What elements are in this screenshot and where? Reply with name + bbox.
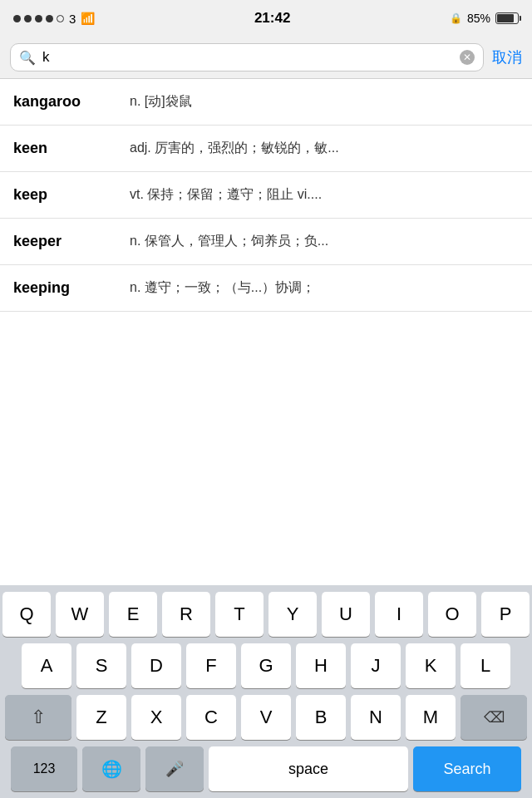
- word-term: keeper: [13, 233, 130, 250]
- word-term: keep: [13, 186, 130, 204]
- list-item[interactable]: keep vt. 保持；保留；遵守；阻止 vi....: [0, 172, 532, 219]
- keyboard-row-3: ⇧ Z X C V B N M ⌫: [2, 695, 530, 740]
- key-h[interactable]: H: [296, 643, 346, 688]
- key-d[interactable]: D: [131, 643, 181, 688]
- battery-fill: [497, 14, 514, 22]
- dot4: [46, 15, 53, 22]
- key-f[interactable]: F: [186, 643, 236, 688]
- status-bar: 3 📶 21:42 🔒 85%: [0, 0, 532, 37]
- dot5: [57, 15, 64, 22]
- key-s[interactable]: S: [76, 643, 126, 688]
- key-p[interactable]: P: [481, 592, 530, 637]
- keyboard-row-1: Q W E R T Y U I O P: [2, 592, 530, 637]
- key-b[interactable]: B: [296, 695, 346, 740]
- key-i[interactable]: I: [375, 592, 423, 637]
- word-term: keen: [13, 140, 130, 157]
- key-a[interactable]: A: [22, 643, 71, 688]
- search-input-wrapper[interactable]: 🔍 ✕: [10, 43, 484, 71]
- word-list: kangaroo n. [动]袋鼠 keen adj. 厉害的，强烈的；敏锐的，…: [0, 79, 532, 312]
- search-button[interactable]: Search: [413, 746, 521, 791]
- space-key[interactable]: space: [209, 746, 408, 791]
- globe-key[interactable]: 🌐: [82, 746, 140, 791]
- key-t[interactable]: T: [215, 592, 264, 637]
- key-o[interactable]: O: [428, 592, 476, 637]
- key-y[interactable]: Y: [268, 592, 317, 637]
- key-w[interactable]: W: [56, 592, 104, 637]
- status-time: 21:42: [254, 10, 290, 27]
- keyboard: Q W E R T Y U I O P A S D F G H J K L ⇧ …: [0, 585, 532, 798]
- key-n[interactable]: N: [351, 695, 401, 740]
- shift-key[interactable]: ⇧: [5, 695, 71, 740]
- delete-icon: ⌫: [484, 708, 505, 727]
- clear-button[interactable]: ✕: [460, 50, 475, 65]
- key-j[interactable]: J: [351, 643, 401, 688]
- dot1: [13, 15, 21, 22]
- signal-dots: [13, 15, 64, 22]
- key-u[interactable]: U: [322, 592, 370, 637]
- battery-percent: 85%: [467, 12, 490, 25]
- keyboard-row-2: A S D F G H J K L: [2, 643, 530, 688]
- key-v[interactable]: V: [241, 695, 291, 740]
- key-x[interactable]: X: [131, 695, 181, 740]
- keyboard-row-bottom: 123 🌐 🎤 space Search: [2, 746, 530, 791]
- key-k[interactable]: K: [406, 643, 456, 688]
- word-term: kangaroo: [13, 93, 130, 111]
- mic-key[interactable]: 🎤: [145, 746, 204, 791]
- key-e[interactable]: E: [109, 592, 157, 637]
- key-g[interactable]: G: [241, 643, 291, 688]
- battery-icon: [495, 12, 519, 24]
- word-definition: adj. 厉害的，强烈的；敏锐的，敏...: [130, 140, 339, 157]
- lock-icon: 🔒: [450, 12, 462, 24]
- list-item[interactable]: keen adj. 厉害的，强烈的；敏锐的，敏...: [0, 126, 532, 172]
- search-bar-container: 🔍 ✕ 取消: [0, 37, 532, 79]
- key-c[interactable]: C: [186, 695, 236, 740]
- word-term: keeping: [13, 279, 130, 297]
- dot2: [24, 15, 32, 22]
- key-m[interactable]: M: [406, 695, 456, 740]
- word-definition: n. [动]袋鼠: [130, 93, 192, 111]
- list-item[interactable]: kangaroo n. [动]袋鼠: [0, 79, 532, 126]
- key-q[interactable]: Q: [2, 592, 51, 637]
- word-definition: vt. 保持；保留；遵守；阻止 vi....: [130, 186, 322, 204]
- list-item[interactable]: keeping n. 遵守；一致；（与...）协调；: [0, 265, 532, 312]
- numbers-key[interactable]: 123: [11, 746, 77, 791]
- search-icon: 🔍: [19, 50, 36, 66]
- word-definition: n. 遵守；一致；（与...）协调；: [130, 279, 315, 297]
- word-definition: n. 保管人，管理人；饲养员；负...: [130, 233, 328, 250]
- list-item[interactable]: keeper n. 保管人，管理人；饲养员；负...: [0, 219, 532, 265]
- key-z[interactable]: Z: [76, 695, 126, 740]
- cancel-button[interactable]: 取消: [492, 47, 522, 67]
- key-l[interactable]: L: [461, 643, 510, 688]
- key-r[interactable]: R: [162, 592, 210, 637]
- dot3: [35, 15, 42, 22]
- status-right: 🔒 85%: [450, 12, 519, 25]
- shift-icon: ⇧: [31, 707, 46, 728]
- delete-key[interactable]: ⌫: [461, 695, 527, 740]
- search-input[interactable]: [42, 49, 453, 66]
- status-left: 3 📶: [13, 12, 95, 26]
- carrier-label: 3: [69, 12, 76, 26]
- wifi-icon: 📶: [81, 12, 95, 25]
